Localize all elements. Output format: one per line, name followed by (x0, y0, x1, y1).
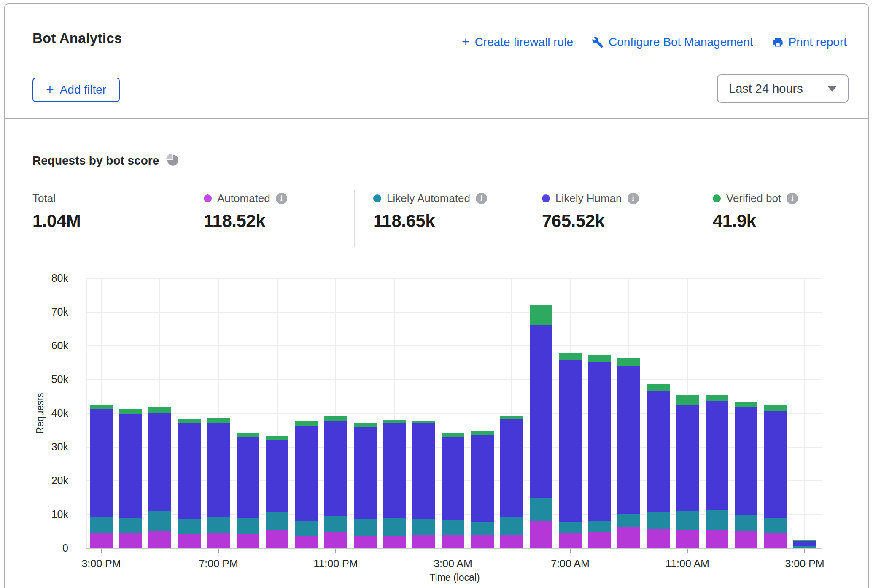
bar-11:00 PM-Likely Human[interactable] (324, 421, 347, 516)
bar-8:00 PM-Verified bot[interactable] (237, 433, 259, 437)
bar-8:00 PM-Likely Human[interactable] (237, 437, 259, 518)
bar-1:00 PM-Verified bot[interactable] (735, 402, 757, 407)
bar-7:00 AM-Verified bot[interactable] (559, 353, 582, 360)
bar-6:00 PM-Automated[interactable] (178, 534, 201, 548)
bar-9:00 AM-Automated[interactable] (617, 527, 640, 548)
bar-3:00 AM-Likely Human[interactable] (442, 437, 464, 520)
bar-9:00 AM-Likely Human[interactable] (617, 366, 640, 514)
bar-2:00 AM-Automated[interactable] (412, 535, 435, 548)
bar-2:00 PM-Likely Human[interactable] (764, 411, 787, 518)
bar-8:00 PM-Automated[interactable] (237, 534, 259, 548)
bar-8:00 AM-Likely Human[interactable] (588, 362, 611, 520)
bar-1:00 PM-Likely Automated[interactable] (735, 515, 757, 531)
bar-8:00 AM-Automated[interactable] (588, 532, 611, 548)
bar-4:00 PM-Likely Human[interactable] (119, 414, 142, 518)
bar-4:00 AM-Verified bot[interactable] (471, 431, 494, 435)
bar-8:00 AM-Likely Automated[interactable] (588, 521, 611, 532)
bar-3:00 PM-Likely Automated[interactable] (793, 546, 816, 547)
bar-2:00 AM-Verified bot[interactable] (412, 421, 435, 423)
bar-1:00 PM-Likely Human[interactable] (735, 407, 757, 515)
bar-4:00 AM-Automated[interactable] (471, 535, 494, 548)
bar-6:00 AM-Verified bot[interactable] (530, 305, 552, 324)
bar-9:00 AM-Likely Automated[interactable] (617, 514, 640, 527)
bar-4:00 PM-Automated[interactable] (119, 533, 142, 548)
bar-2:00 AM-Likely Human[interactable] (412, 423, 435, 519)
bar-11:00 AM-Automated[interactable] (676, 530, 699, 548)
bar-9:00 PM-Likely Automated[interactable] (266, 512, 288, 530)
bar-5:00 PM-Automated[interactable] (148, 531, 171, 548)
bar-2:00 PM-Automated[interactable] (764, 533, 787, 548)
bar-11:00 PM-Automated[interactable] (324, 532, 347, 548)
bar-12:00 AM-Automated[interactable] (354, 536, 377, 548)
bar-3:00 PM-Verified bot[interactable] (793, 540, 816, 541)
bar-7:00 AM-Automated[interactable] (559, 533, 582, 548)
bar-2:00 PM-Verified bot[interactable] (764, 405, 787, 411)
bar-10:00 AM-Verified bot[interactable] (647, 384, 670, 391)
bar-1:00 PM-Automated[interactable] (735, 531, 757, 548)
bar-6:00 AM-Likely Automated[interactable] (530, 498, 552, 521)
bar-10:00 AM-Likely Automated[interactable] (647, 512, 670, 529)
bar-3:00 PM-Likely Automated[interactable] (90, 517, 113, 533)
bar-6:00 PM-Verified bot[interactable] (178, 419, 201, 423)
bar-12:00 PM-Verified bot[interactable] (706, 395, 728, 401)
bar-2:00 PM-Likely Automated[interactable] (764, 518, 787, 533)
bar-5:00 AM-Likely Automated[interactable] (500, 517, 523, 535)
bar-3:00 PM-Automated[interactable] (90, 533, 113, 548)
bar-6:00 PM-Likely Human[interactable] (178, 423, 201, 519)
bar-1:00 AM-Likely Automated[interactable] (383, 518, 406, 536)
bar-3:00 PM-Likely Human[interactable] (90, 409, 113, 518)
bar-7:00 PM-Verified bot[interactable] (207, 418, 230, 423)
bar-11:00 AM-Likely Automated[interactable] (676, 511, 699, 530)
bar-5:00 AM-Likely Human[interactable] (500, 419, 523, 518)
bar-3:00 PM-Likely Human[interactable] (793, 541, 816, 547)
bar-10:00 PM-Likely Human[interactable] (295, 426, 318, 521)
bar-3:00 PM-Verified bot[interactable] (90, 405, 113, 409)
bar-7:00 PM-Likely Automated[interactable] (207, 517, 230, 533)
bar-3:00 AM-Verified bot[interactable] (442, 433, 464, 437)
bar-12:00 PM-Likely Automated[interactable] (706, 510, 728, 530)
bar-12:00 AM-Likely Human[interactable] (354, 427, 377, 519)
bar-4:00 AM-Likely Automated[interactable] (471, 522, 494, 535)
bar-8:00 AM-Verified bot[interactable] (588, 355, 611, 362)
bar-3:00 PM-Automated[interactable] (793, 548, 816, 548)
bar-3:00 AM-Automated[interactable] (442, 535, 464, 548)
bar-9:00 PM-Likely Human[interactable] (266, 440, 288, 512)
bar-11:00 PM-Likely Automated[interactable] (324, 516, 347, 532)
bar-10:00 PM-Verified bot[interactable] (295, 421, 318, 426)
bar-11:00 AM-Likely Human[interactable] (676, 405, 699, 511)
bar-7:00 PM-Automated[interactable] (207, 533, 230, 548)
bar-4:00 PM-Likely Automated[interactable] (119, 518, 142, 533)
bar-7:00 AM-Likely Automated[interactable] (559, 522, 582, 533)
bar-11:00 AM-Verified bot[interactable] (676, 395, 699, 405)
bar-9:00 PM-Verified bot[interactable] (266, 436, 288, 440)
bar-1:00 AM-Likely Human[interactable] (383, 423, 406, 518)
bar-6:00 AM-Automated[interactable] (530, 521, 552, 548)
bar-12:00 AM-Verified bot[interactable] (354, 423, 377, 427)
bar-7:00 AM-Likely Human[interactable] (559, 360, 582, 522)
bar-12:00 PM-Likely Human[interactable] (706, 401, 728, 510)
bar-10:00 AM-Automated[interactable] (647, 529, 670, 548)
bar-5:00 AM-Automated[interactable] (500, 535, 523, 548)
bar-8:00 PM-Likely Automated[interactable] (237, 518, 259, 534)
bar-3:00 AM-Likely Automated[interactable] (442, 520, 464, 535)
bar-10:00 AM-Likely Human[interactable] (647, 391, 670, 512)
bar-10:00 PM-Automated[interactable] (295, 536, 318, 548)
bar-12:00 PM-Automated[interactable] (706, 530, 728, 548)
bar-4:00 AM-Likely Human[interactable] (471, 435, 494, 522)
bar-7:00 PM-Likely Human[interactable] (207, 423, 230, 517)
bar-12:00 AM-Likely Automated[interactable] (354, 519, 377, 535)
bar-6:00 PM-Likely Automated[interactable] (178, 519, 201, 534)
bar-9:00 AM-Verified bot[interactable] (617, 358, 640, 366)
bar-5:00 AM-Verified bot[interactable] (500, 416, 523, 419)
bar-4:00 PM-Verified bot[interactable] (119, 409, 142, 414)
bar-5:00 PM-Likely Human[interactable] (148, 413, 171, 511)
bar-2:00 AM-Likely Automated[interactable] (412, 519, 435, 535)
bar-6:00 AM-Likely Human[interactable] (530, 325, 552, 498)
bar-1:00 AM-Automated[interactable] (383, 536, 406, 548)
bar-5:00 PM-Verified bot[interactable] (148, 407, 171, 413)
bar-11:00 PM-Verified bot[interactable] (324, 416, 347, 421)
bar-9:00 PM-Automated[interactable] (266, 530, 288, 548)
bar-10:00 PM-Likely Automated[interactable] (295, 521, 318, 536)
bar-1:00 AM-Verified bot[interactable] (383, 420, 406, 423)
bar-5:00 PM-Likely Automated[interactable] (148, 511, 171, 531)
